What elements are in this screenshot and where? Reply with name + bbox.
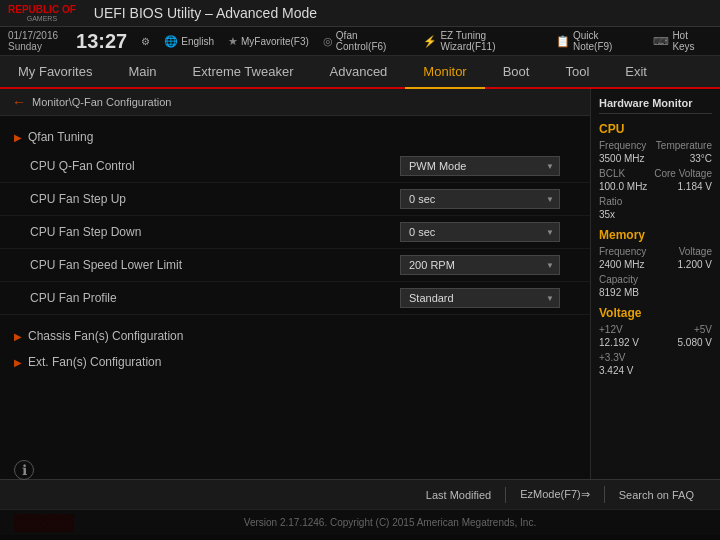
hardware-monitor-panel: Hardware Monitor CPU Frequency Temperatu… <box>590 89 720 479</box>
content-area: ▶ Qfan Tuning CPU Q-Fan Control PWM Mode… <box>0 116 590 383</box>
cpu-fan-step-up-value: 0 sec 1 sec 2 sec <box>400 189 560 209</box>
hw-bclk-val-row: 100.0 MHz 1.184 V <box>599 181 712 192</box>
hw-memory-section: Memory <box>599 228 712 242</box>
nav-main[interactable]: Main <box>110 56 174 87</box>
info-button[interactable]: ℹ <box>14 460 34 479</box>
day-display: Sunday <box>8 41 58 52</box>
nav-my-favorites[interactable]: My Favorites <box>0 56 110 87</box>
myfavorite-button[interactable]: ★ MyFavorite(F3) <box>228 35 309 48</box>
table-row: CPU Fan Profile Standard Silent Turbo Fu… <box>0 282 590 315</box>
cpu-fan-speed-lower-dropdown-wrap: 200 RPM 300 RPM 400 RPM Ignore <box>400 255 560 275</box>
hw-cpu-freq-val-row: 3500 MHz 33°C <box>599 153 712 164</box>
table-row: CPU Fan Step Down 0 sec 1 sec 2 sec <box>0 216 590 249</box>
hw-ratio-row: Ratio <box>599 196 712 207</box>
footer-copyright: Version 2.17.1246. Copyright (C) 2015 Am… <box>74 517 706 528</box>
cpu-fan-speed-lower-label: CPU Fan Speed Lower Limit <box>30 258 400 272</box>
hw-core-v-value: 1.184 V <box>678 181 712 192</box>
logo-rog-text: REPUBLIC OF <box>8 4 76 15</box>
hw-mem-volt-label: Voltage <box>679 246 712 257</box>
language-label: English <box>181 36 214 47</box>
nav-extreme-tweaker[interactable]: Extreme Tweaker <box>175 56 312 87</box>
footer-logo <box>14 514 74 532</box>
keyboard-icon: ⌨ <box>653 35 669 48</box>
cpu-fan-speed-lower-value: 200 RPM 300 RPM 400 RPM Ignore <box>400 255 560 275</box>
nav-exit[interactable]: Exit <box>607 56 665 87</box>
footer: Version 2.17.1246. Copyright (C) 2015 Am… <box>0 509 720 535</box>
language-selector[interactable]: 🌐 English <box>164 35 214 48</box>
qfan-button[interactable]: ◎ Qfan Control(F6) <box>323 30 410 52</box>
cpu-fan-step-up-label: CPU Fan Step Up <box>30 192 400 206</box>
back-arrow-icon[interactable]: ← <box>12 94 26 110</box>
logo-sub-text: GAMERS <box>27 15 57 22</box>
star-icon: ★ <box>228 35 238 48</box>
ext-fan-section[interactable]: ▶ Ext. Fan(s) Configuration <box>0 349 590 375</box>
breadcrumb: ← Monitor\Q-Fan Configuration <box>0 89 590 116</box>
nav-monitor[interactable]: Monitor <box>405 56 484 89</box>
note-icon: 📋 <box>556 35 570 48</box>
hot-keys-button[interactable]: ⌨ Hot Keys <box>653 30 712 52</box>
hw-cpu-freq-label: Frequency <box>599 140 646 151</box>
expand-icon: ▶ <box>14 132 22 143</box>
ez-tuning-label: EZ Tuning Wizard(F11) <box>440 30 541 52</box>
hw-12v-row: +12V +5V <box>599 324 712 335</box>
hw-bclk-row: BCLK Core Voltage <box>599 168 712 179</box>
hw-cpu-freq-row: Frequency Temperature <box>599 140 712 151</box>
hw-cpu-freq-value: 3500 MHz <box>599 153 645 164</box>
fan-icon: ◎ <box>323 35 333 48</box>
qfan-label: Qfan Control(F6) <box>336 30 410 52</box>
ext-fan-label: Ext. Fan(s) Configuration <box>28 355 161 369</box>
hw-12v-val-row: 12.192 V 5.080 V <box>599 337 712 348</box>
settings-gear-icon[interactable]: ⚙ <box>141 36 150 47</box>
table-row: CPU Q-Fan Control PWM Mode DC Mode Disab… <box>0 150 590 183</box>
hw-mem-freq-value: 2400 MHz <box>599 259 645 270</box>
search-faq-button[interactable]: Search on FAQ <box>605 487 708 503</box>
cpu-fan-step-up-dropdown[interactable]: 0 sec 1 sec 2 sec <box>400 189 560 209</box>
cpu-qfan-label: CPU Q-Fan Control <box>30 159 400 173</box>
left-panel: ← Monitor\Q-Fan Configuration ▶ Qfan Tun… <box>0 89 590 479</box>
datetime-area: 01/17/2016 Sunday <box>8 30 58 52</box>
hw-ratio-label: Ratio <box>599 196 622 207</box>
hw-12v-label: +12V <box>599 324 623 335</box>
chassis-fan-label: Chassis Fan(s) Configuration <box>28 329 183 343</box>
cpu-fan-speed-lower-dropdown[interactable]: 200 RPM 300 RPM 400 RPM Ignore <box>400 255 560 275</box>
last-modified-button[interactable]: Last Modified <box>412 487 506 503</box>
hw-bclk-label: BCLK <box>599 168 625 179</box>
myfavorite-label: MyFavorite(F3) <box>241 36 309 47</box>
hw-cap-value: 8192 MB <box>599 287 712 298</box>
info-bar: 01/17/2016 Sunday 13:27 ⚙ 🌐 English ★ My… <box>0 27 720 56</box>
chassis-fan-section[interactable]: ▶ Chassis Fan(s) Configuration <box>0 323 590 349</box>
cpu-fan-step-down-label: CPU Fan Step Down <box>30 225 400 239</box>
table-row: CPU Fan Speed Lower Limit 200 RPM 300 RP… <box>0 249 590 282</box>
hw-cap-label: Capacity <box>599 274 638 285</box>
tuning-icon: ⚡ <box>423 35 437 48</box>
hw-cap-row: Capacity <box>599 274 712 285</box>
hw-cpu-temp-value: 33°C <box>690 153 712 164</box>
hw-12v-value: 12.192 V <box>599 337 639 348</box>
bios-title: UEFI BIOS Utility – Advanced Mode <box>94 5 712 21</box>
nav-boot[interactable]: Boot <box>485 56 548 87</box>
quick-note-button[interactable]: 📋 Quick Note(F9) <box>556 30 639 52</box>
main-area: ← Monitor\Q-Fan Configuration ▶ Qfan Tun… <box>0 89 720 479</box>
cpu-qfan-value: PWM Mode DC Mode Disabled <box>400 156 560 176</box>
hot-keys-label: Hot Keys <box>672 30 712 52</box>
cpu-fan-step-down-dropdown[interactable]: 0 sec 1 sec 2 sec <box>400 222 560 242</box>
hw-mem-freq-val-row: 2400 MHz 1.200 V <box>599 259 712 270</box>
hw-33v-value: 3.424 V <box>599 365 712 376</box>
globe-icon: 🌐 <box>164 35 178 48</box>
table-row: CPU Fan Step Up 0 sec 1 sec 2 sec <box>0 183 590 216</box>
nav-tool[interactable]: Tool <box>547 56 607 87</box>
ez-tuning-button[interactable]: ⚡ EZ Tuning Wizard(F11) <box>423 30 541 52</box>
cpu-fan-profile-dropdown-wrap: Standard Silent Turbo Full Speed Manual <box>400 288 560 308</box>
nav-advanced[interactable]: Advanced <box>312 56 406 87</box>
cpu-qfan-dropdown[interactable]: PWM Mode DC Mode Disabled <box>400 156 560 176</box>
cpu-fan-profile-dropdown[interactable]: Standard Silent Turbo Full Speed Manual <box>400 288 560 308</box>
cpu-fan-step-down-dropdown-wrap: 0 sec 1 sec 2 sec <box>400 222 560 242</box>
hw-voltage-section: Voltage <box>599 306 712 320</box>
qfan-tuning-section[interactable]: ▶ Qfan Tuning <box>0 124 590 150</box>
hw-mem-freq-row: Frequency Voltage <box>599 246 712 257</box>
ez-mode-button[interactable]: EzMode(F7)⇒ <box>506 486 605 503</box>
hw-bclk-value: 100.0 MHz <box>599 181 647 192</box>
hw-5v-label: +5V <box>694 324 712 335</box>
cpu-fan-step-up-dropdown-wrap: 0 sec 1 sec 2 sec <box>400 189 560 209</box>
cpu-fan-step-down-value: 0 sec 1 sec 2 sec <box>400 222 560 242</box>
